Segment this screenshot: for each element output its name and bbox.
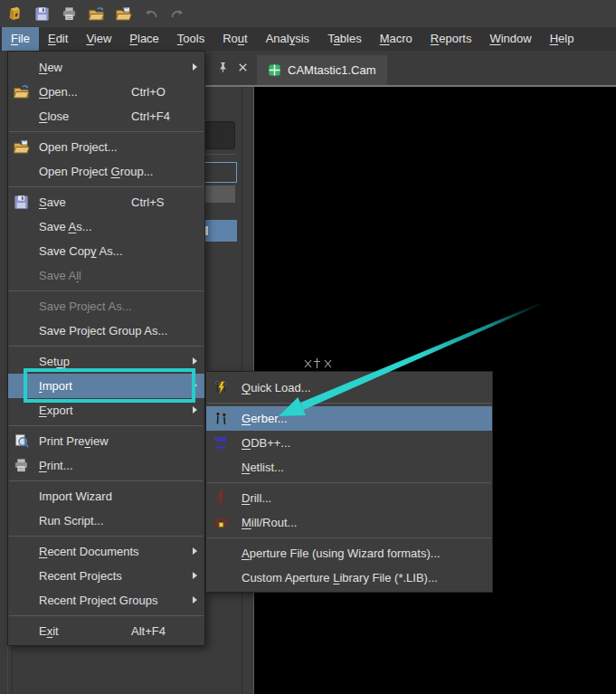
panel-border	[7, 646, 8, 694]
menu-item-run-script[interactable]: Run Script...	[8, 509, 204, 533]
menu-item-label: Import Wizard	[39, 490, 112, 503]
menu-item-exit[interactable]: ExitAlt+F4	[8, 619, 204, 643]
menu-item-label: Drill...	[242, 491, 271, 505]
menu-separator	[9, 290, 204, 291]
menu-separator	[9, 186, 204, 187]
menubar-item-place[interactable]: Place	[120, 27, 168, 51]
menu-item-import-wizard[interactable]: Import Wizard	[8, 484, 204, 509]
submenu-arrow-icon	[193, 406, 197, 414]
gerber-icon	[213, 410, 230, 427]
menubar-item-tables[interactable]: Tables	[318, 27, 371, 51]
menu-item-label: New	[39, 61, 62, 74]
menu-item-label: Save	[39, 195, 66, 209]
mill-rout-icon	[213, 514, 230, 531]
menu-item-label: Open Project...	[39, 140, 118, 154]
save-button[interactable]	[33, 5, 51, 23]
open-project-button[interactable]	[115, 5, 132, 23]
svg-text:++: ++	[217, 442, 226, 452]
menu-item-save-project-as[interactable]: Save Project As...	[8, 294, 204, 318]
application-window: FileEditViewPlaceToolsRoutAnalysisTables…	[0, 0, 616, 694]
menu-item-quick-load[interactable]: Quick Load...	[206, 376, 492, 400]
altium-logo-button[interactable]	[6, 5, 24, 23]
menu-separator	[9, 536, 204, 537]
menu-item-open[interactable]: Open...Ctrl+O	[8, 80, 204, 104]
menu-item-recent-documents[interactable]: Recent Documents	[8, 539, 204, 564]
menu-item-label: Recent Projects	[39, 569, 122, 583]
menu-item-label: Print...	[39, 459, 73, 472]
menu-shortcut: Ctrl+S	[131, 190, 164, 214]
document-tab-bar: CAMtastic1.Cam	[205, 51, 616, 87]
menu-item-label: Save Project Group As...	[39, 324, 167, 337]
menubar-item-view[interactable]: View	[77, 27, 120, 51]
menu-item-gerber[interactable]: Gerber...	[206, 406, 492, 431]
print-preview-icon	[13, 433, 30, 450]
menu-separator	[9, 131, 204, 132]
open-folder-button[interactable]	[88, 5, 105, 23]
quick-load-icon	[213, 379, 230, 396]
menubar-item-help[interactable]: Help	[541, 27, 583, 51]
menu-item-print-preview[interactable]: Print Preview	[8, 429, 204, 453]
menu-item-mill-rout[interactable]: Mill/Rout...	[206, 510, 492, 535]
menubar-item-window[interactable]: Window	[480, 27, 540, 51]
submenu-arrow-icon	[193, 547, 197, 555]
menu-item-recent-projects[interactable]: Recent Projects	[8, 564, 204, 588]
menu-item-close[interactable]: CloseCtrl+F4	[8, 104, 204, 128]
menubar-item-file[interactable]: File	[2, 27, 39, 51]
menu-item-label: Exit	[39, 624, 59, 638]
menu-item-netlist[interactable]: Netlist...	[206, 455, 492, 480]
menubar-item-macro[interactable]: Macro	[371, 27, 422, 51]
menu-item-label: Save As...	[39, 220, 92, 233]
menu-separator	[9, 615, 204, 616]
submenu-arrow-icon	[193, 572, 197, 579]
print-button[interactable]	[61, 5, 78, 23]
menu-item-label: Save Project As...	[39, 299, 132, 313]
menu-item-save-project-group-as[interactable]: Save Project Group As...	[8, 318, 204, 343]
submenu-arrow-icon	[193, 596, 197, 604]
menubar-item-rout[interactable]: Rout	[213, 27, 256, 51]
menu-item-label: Print Preview	[39, 434, 109, 448]
menu-item-save[interactable]: SaveCtrl+S	[8, 190, 204, 214]
close-icon[interactable]	[236, 61, 250, 74]
menu-item-label: Run Script...	[39, 514, 104, 528]
redo-button[interactable]	[169, 5, 186, 23]
menu-item-label: Aperture File (using Wizard formats)...	[242, 547, 441, 560]
drill-icon	[213, 490, 230, 507]
odbpp-icon: ODB++	[213, 434, 230, 452]
menu-item-new[interactable]: New	[8, 55, 204, 80]
menu-item-open-project-group[interactable]: Open Project Group...	[8, 159, 204, 184]
menu-separator	[207, 482, 491, 483]
menu-item-label: Recent Documents	[39, 545, 139, 558]
menu-item-save-as[interactable]: Save As...	[8, 214, 204, 239]
menu-item-label: Gerber...	[242, 412, 288, 425]
menu-item-aperture-file-using-wizard-formats[interactable]: Aperture File (using Wizard formats)...	[206, 541, 492, 566]
menu-item-odb[interactable]: ODB++ODB++...	[206, 431, 492, 455]
menu-separator	[9, 346, 204, 347]
menu-item-label: Open Project Group...	[39, 165, 153, 178]
menu-separator	[207, 537, 491, 538]
menu-item-label: ODB++...	[242, 436, 290, 450]
menu-item-open-project[interactable]: Open Project...	[8, 135, 204, 159]
menu-separator	[9, 480, 204, 481]
menubar-item-analysis[interactable]: Analysis	[257, 27, 318, 51]
menu-item-print[interactable]: Print...	[8, 453, 204, 478]
menubar-item-tools[interactable]: Tools	[168, 27, 213, 51]
menu-shortcut: Alt+F4	[131, 619, 166, 643]
menu-item-recent-project-groups[interactable]: Recent Project Groups	[8, 588, 204, 613]
menu-item-drill[interactable]: Drill...	[206, 486, 492, 510]
import-submenu: Quick Load...Gerber...ODB++ODB++...Netli…	[205, 371, 493, 593]
tab-camtastic1-cam[interactable]: CAMtastic1.Cam	[257, 55, 387, 85]
menu-item-save-copy-as[interactable]: Save Copy As...	[8, 239, 204, 263]
menu-item-custom-aperture-library-file-lib[interactable]: Custom Aperture Library File (*.LIB)...	[206, 566, 492, 590]
undo-button[interactable]	[142, 5, 159, 23]
menubar-item-reports[interactable]: Reports	[422, 27, 481, 51]
file-menu: NewOpen...Ctrl+OCloseCtrl+F4Open Project…	[7, 51, 205, 646]
menu-item-label: Netlist...	[242, 461, 284, 474]
pin-icon[interactable]	[216, 61, 230, 74]
menu-item-save-all[interactable]: Save All	[8, 263, 204, 288]
menubar-item-edit[interactable]: Edit	[39, 27, 77, 51]
menu-separator	[9, 425, 204, 426]
menu-item-label: Save All	[39, 269, 81, 282]
annotation-highlight-box	[24, 368, 195, 403]
open-folder-icon	[13, 83, 30, 100]
print-icon	[13, 457, 30, 474]
